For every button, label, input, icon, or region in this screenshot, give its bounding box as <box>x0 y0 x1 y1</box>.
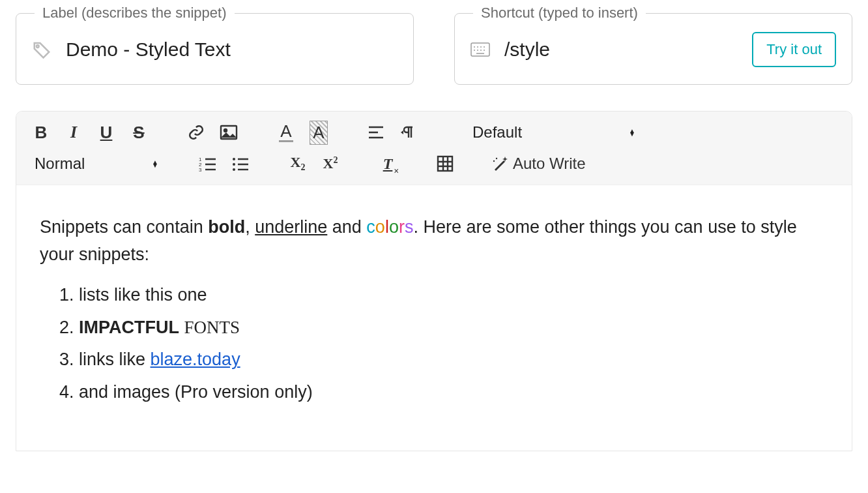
align-button[interactable] <box>366 121 386 144</box>
font-family-select[interactable]: Default <box>469 121 638 144</box>
editor-toolbar: B I U S <box>16 112 852 185</box>
caret-icon <box>629 129 634 136</box>
bold-sample: bold <box>208 217 245 237</box>
shortcut-input[interactable] <box>503 38 752 61</box>
list-item: lists like this one <box>79 282 828 309</box>
try-it-out-button[interactable]: Try it out <box>752 32 836 67</box>
underline-sample: underline <box>255 217 327 237</box>
svg-point-0 <box>36 45 39 48</box>
font-family-value: Default <box>472 123 522 142</box>
label-field-legend: Label (describes the snippet) <box>35 5 235 22</box>
link-button[interactable] <box>186 121 207 144</box>
svg-point-12 <box>224 129 227 132</box>
strikethrough-button[interactable]: S <box>128 121 149 144</box>
list-item: and images (Pro version only) <box>79 379 828 406</box>
svg-text:3: 3 <box>199 167 202 172</box>
text-direction-button[interactable] <box>398 121 419 144</box>
editor-card: B I U S <box>16 111 852 451</box>
intro-paragraph: Snippets can contain bold, underline and… <box>40 214 828 269</box>
svg-point-23 <box>233 163 235 166</box>
caret-icon <box>152 160 157 167</box>
ordered-list-button[interactable]: 1 2 3 <box>197 152 218 175</box>
highlight-button[interactable]: A <box>308 121 329 144</box>
paragraph-style-value: Normal <box>35 155 85 173</box>
colors-sample: colors <box>366 217 413 237</box>
shortcut-field-card: Shortcut (typed to insert) Try it out <box>454 13 852 85</box>
list-item: links like blaze.today <box>79 346 828 374</box>
italic-button[interactable]: I <box>63 121 84 144</box>
clear-formatting-button[interactable]: T <box>377 152 398 175</box>
label-input[interactable] <box>65 38 398 61</box>
shortcut-field-legend: Shortcut (typed to insert) <box>473 5 646 22</box>
styled-list: lists like this one IMPACTFUL FONTS link… <box>63 282 828 406</box>
keyboard-icon <box>470 40 490 59</box>
superscript-button[interactable]: X2 <box>320 152 341 175</box>
auto-write-label: Auto Write <box>513 155 586 173</box>
svg-point-33 <box>496 158 497 159</box>
unordered-list-button[interactable] <box>230 152 251 175</box>
svg-rect-1 <box>471 43 489 56</box>
label-field-card: Label (describes the snippet) <box>16 13 414 85</box>
editor-content[interactable]: Snippets can contain bold, underline and… <box>16 185 852 451</box>
text-color-button[interactable]: A <box>276 121 297 144</box>
underline-button[interactable]: U <box>96 121 117 144</box>
subscript-button[interactable]: X2 <box>287 152 308 175</box>
bold-button[interactable]: B <box>31 121 51 144</box>
svg-point-22 <box>233 158 235 160</box>
svg-point-34 <box>493 160 495 162</box>
list-item: IMPACTFUL FONTS <box>79 314 828 342</box>
auto-write-button[interactable]: Auto Write <box>492 152 586 175</box>
tag-icon <box>32 40 51 59</box>
table-button[interactable] <box>435 152 456 175</box>
blaze-link[interactable]: blaze.today <box>151 350 240 369</box>
paragraph-style-select[interactable]: Normal <box>31 152 161 175</box>
svg-rect-28 <box>438 157 452 171</box>
svg-point-24 <box>233 168 235 171</box>
image-button[interactable] <box>218 121 239 144</box>
